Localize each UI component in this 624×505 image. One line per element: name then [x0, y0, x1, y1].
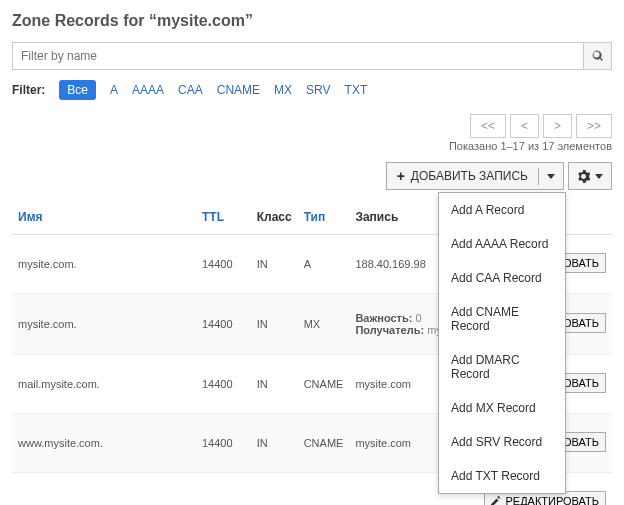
- filter-search-button[interactable]: [584, 42, 612, 70]
- cell-name: www.mysite.com.: [12, 414, 196, 473]
- filter-tag-srv[interactable]: SRV: [306, 83, 330, 97]
- filter-tag-txt[interactable]: TXT: [345, 83, 368, 97]
- cell-name: mysite.com.: [12, 294, 196, 355]
- search-icon: [592, 50, 604, 62]
- gear-icon: [577, 170, 590, 183]
- filter-tag-a[interactable]: A: [110, 83, 118, 97]
- page-title: Zone Records for “mysite.com”: [12, 12, 612, 30]
- cell-class: IN: [251, 294, 298, 355]
- filter-bar: [12, 42, 612, 70]
- toolbar: + ДОБАВИТЬ ЗАПИСЬ Add A RecordAdd AAAA R…: [12, 162, 612, 190]
- cell-name: autodiscover.mysite.com.: [12, 473, 196, 506]
- cell-type: CNAME: [298, 414, 350, 473]
- cell-ttl: 14400: [196, 473, 251, 506]
- cell-type: A: [298, 473, 350, 506]
- filters-label: Filter:: [12, 83, 45, 97]
- pager-prev[interactable]: <: [510, 114, 539, 138]
- cell-ttl: 14400: [196, 235, 251, 294]
- filter-tag-aaaa[interactable]: AAAA: [132, 83, 164, 97]
- add-record-dropdown-toggle[interactable]: [538, 168, 563, 185]
- cell-class: IN: [251, 414, 298, 473]
- pager-last[interactable]: >>: [576, 114, 612, 138]
- column-type[interactable]: Тип: [298, 200, 350, 235]
- plus-icon: +: [397, 169, 405, 183]
- dropdown-item[interactable]: Add A Record: [439, 193, 565, 227]
- dropdown-item[interactable]: Add MX Record: [439, 391, 565, 425]
- filters-row: Filter: Все A AAAA CAA CNAME MX SRV TXT: [12, 80, 612, 100]
- pager-first[interactable]: <<: [470, 114, 506, 138]
- cell-type: CNAME: [298, 355, 350, 414]
- cell-ttl: 14400: [196, 355, 251, 414]
- cell-type: MX: [298, 294, 350, 355]
- chevron-down-icon: [595, 174, 603, 179]
- cell-ttl: 14400: [196, 294, 251, 355]
- dropdown-item[interactable]: Add DMARC Record: [439, 343, 565, 391]
- column-name[interactable]: Имя: [12, 200, 196, 235]
- cell-class: IN: [251, 235, 298, 294]
- dropdown-item[interactable]: Add AAAA Record: [439, 227, 565, 261]
- pager-next[interactable]: >: [543, 114, 572, 138]
- cell-class: IN: [251, 355, 298, 414]
- filter-tag-cname[interactable]: CNAME: [217, 83, 260, 97]
- pager-info: Показано 1–17 из 17 элементов: [12, 140, 612, 152]
- filter-input[interactable]: [12, 42, 584, 70]
- dropdown-item[interactable]: Add CNAME Record: [439, 295, 565, 343]
- cell-name: mysite.com.: [12, 235, 196, 294]
- filter-tag-all[interactable]: Все: [59, 80, 96, 100]
- cell-name: mail.mysite.com.: [12, 355, 196, 414]
- filter-tag-caa[interactable]: CAA: [178, 83, 203, 97]
- cell-class: IN: [251, 473, 298, 506]
- dropdown-item[interactable]: Add SRV Record: [439, 425, 565, 459]
- column-ttl[interactable]: TTL: [196, 200, 251, 235]
- pager: << < > >>: [12, 114, 612, 138]
- add-record-dropdown: Add A RecordAdd AAAA RecordAdd CAA Recor…: [438, 192, 566, 494]
- column-class: Класс: [251, 200, 298, 235]
- dropdown-item[interactable]: Add TXT Record: [439, 459, 565, 493]
- cell-type: A: [298, 235, 350, 294]
- cell-ttl: 14400: [196, 414, 251, 473]
- chevron-down-icon: [547, 174, 555, 179]
- settings-button[interactable]: [568, 162, 612, 190]
- add-record-button[interactable]: + ДОБАВИТЬ ЗАПИСЬ: [386, 162, 564, 190]
- filter-tag-mx[interactable]: MX: [274, 83, 292, 97]
- dropdown-item[interactable]: Add CAA Record: [439, 261, 565, 295]
- add-record-label: ДОБАВИТЬ ЗАПИСЬ: [411, 169, 528, 183]
